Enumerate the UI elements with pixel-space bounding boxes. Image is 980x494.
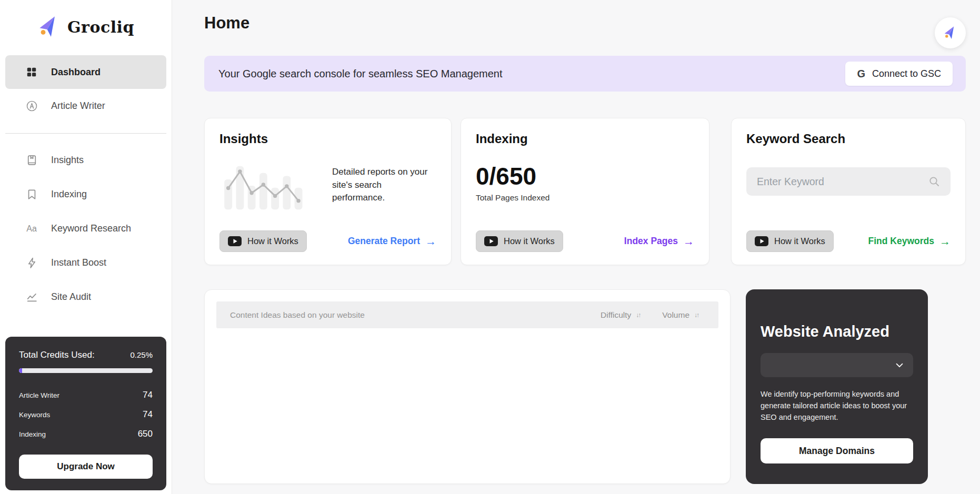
indexing-stat: 0/650 (476, 162, 694, 190)
chevron-down-icon (894, 360, 905, 370)
how-it-works-label: How it Works (247, 236, 298, 246)
generate-report-label: Generate Report (348, 236, 420, 247)
keyword-search-card: Keyword Search How it Works (731, 118, 966, 265)
page-title: Home (204, 14, 966, 33)
insights-how-it-works-button[interactable]: How it Works (219, 230, 307, 252)
google-g-icon: G (857, 68, 865, 80)
sidebar-item-label: Indexing (51, 189, 87, 200)
credit-row-indexing: Indexing 650 (19, 429, 153, 439)
sort-icon: ↓↑ (694, 311, 698, 319)
feature-cards-row: Insights (204, 118, 966, 265)
book-icon (25, 154, 38, 167)
sidebar-item-label: Keyword Research (51, 223, 131, 234)
line-chart-icon (25, 291, 38, 304)
sort-icon: ↓↑ (636, 311, 640, 319)
credit-row-value: 650 (138, 429, 153, 439)
sidebar-item-instant-boost[interactable]: Instant Boost (5, 246, 166, 280)
app-window: Grocliq Dashboard (0, 0, 980, 494)
sidebar-nav-tools: Insights Indexing Aa Keyword Research (0, 143, 172, 314)
sidebar-divider (5, 133, 166, 134)
main-content: Home Your Google search console for seam… (172, 0, 980, 494)
generate-report-link[interactable]: Generate Report → (348, 235, 436, 248)
sidebar-item-label: Dashboard (51, 67, 101, 78)
index-pages-link[interactable]: Index Pages → (624, 235, 694, 248)
lightning-icon (25, 257, 38, 269)
brand-plane-button[interactable] (935, 17, 966, 48)
credit-row-article-writer: Article Writer 74 (19, 390, 153, 400)
keyword-input-wrap (746, 167, 951, 196)
website-analyzed-description: We identify top-performing keywords and … (761, 389, 913, 423)
paper-plane-icon (943, 26, 957, 40)
credit-row-label: Indexing (19, 430, 46, 438)
insights-description: Detailed reports on your site's search p… (332, 166, 435, 205)
credits-card: Total Credits Used: 0.25% Article Writer… (5, 337, 166, 490)
sidebar-item-label: Insights (51, 155, 84, 166)
website-analyzed-title: Website Analyzed (761, 323, 913, 340)
bookmark-icon (25, 188, 38, 201)
play-video-icon (755, 236, 768, 246)
sidebar-item-insights[interactable]: Insights (5, 143, 166, 177)
bottom-row: Content Ideas based on your website Diff… (204, 289, 966, 484)
sidebar-nav-main: Dashboard Article Writer (0, 55, 172, 123)
credit-row-label: Keywords (19, 411, 50, 419)
brand-name: Grocliq (67, 18, 134, 36)
sidebar-item-label: Instant Boost (51, 257, 106, 268)
sidebar-item-dashboard[interactable]: Dashboard (5, 55, 166, 89)
credit-row-keywords: Keywords 74 (19, 409, 153, 420)
sidebar-item-article-writer[interactable]: Article Writer (5, 89, 166, 123)
letters-aa-icon: Aa (25, 223, 38, 235)
find-keywords-label: Find Keywords (868, 236, 934, 247)
content-ideas-title: Content Ideas based on your website (230, 310, 365, 320)
indexing-card-title: Indexing (476, 132, 694, 146)
domain-dropdown[interactable] (761, 353, 913, 377)
arrow-right-icon: → (425, 235, 436, 248)
sidebar: Grocliq Dashboard (0, 0, 172, 494)
sidebar-item-keyword-research[interactable]: Aa Keyword Research (5, 211, 166, 246)
find-keywords-link[interactable]: Find Keywords → (868, 235, 951, 248)
paper-plane-logo-icon (37, 15, 61, 38)
credits-percent: 0.25% (130, 350, 153, 359)
sidebar-item-label: Article Writer (51, 100, 105, 112)
credits-progress-fill (19, 368, 22, 373)
index-pages-label: Index Pages (624, 236, 678, 247)
search-icon[interactable] (928, 176, 940, 187)
keyword-search-card-title: Keyword Search (746, 132, 951, 146)
credit-row-value: 74 (143, 390, 153, 400)
volume-column-label: Volume (662, 310, 689, 320)
arrow-right-icon: → (939, 235, 951, 248)
column-header-volume[interactable]: Volume ↓↑ (662, 310, 698, 320)
gsc-banner: Your Google search console for seamless … (204, 56, 966, 92)
insights-chart-illustration (219, 158, 312, 213)
credit-row-label: Article Writer (19, 391, 59, 399)
grid-icon (25, 66, 38, 78)
insights-card-title: Insights (219, 132, 436, 146)
sidebar-item-indexing[interactable]: Indexing (5, 177, 166, 211)
content-ideas-card: Content Ideas based on your website Diff… (204, 289, 731, 484)
how-it-works-label: How it Works (774, 236, 825, 246)
pen-circle-icon (25, 99, 38, 112)
connect-to-gsc-button[interactable]: G Connect to GSC (845, 62, 953, 86)
website-analyzed-card: Website Analyzed We identify top-perform… (746, 289, 928, 484)
insights-card: Insights (204, 118, 452, 265)
arrow-right-icon: → (683, 235, 694, 248)
indexing-stat-caption: Total Pages Indexed (476, 193, 694, 203)
credit-row-value: 74 (143, 409, 153, 420)
keyword-search-input[interactable] (757, 176, 923, 188)
sidebar-item-site-audit[interactable]: Site Audit (5, 280, 166, 314)
topbar: Home (204, 0, 966, 34)
difficulty-column-label: Difficulty (601, 310, 631, 320)
credits-title: Total Credits Used: (19, 350, 95, 360)
gsc-banner-text: Your Google search console for seamless … (218, 68, 503, 80)
how-it-works-label: How it Works (504, 236, 555, 246)
credits-progress-bar (19, 368, 153, 373)
play-video-icon (484, 236, 498, 246)
keyword-how-it-works-button[interactable]: How it Works (746, 230, 834, 252)
manage-domains-button[interactable]: Manage Domains (761, 438, 913, 463)
upgrade-now-button[interactable]: Upgrade Now (19, 455, 153, 479)
content-ideas-header-row: Content Ideas based on your website Diff… (216, 301, 718, 328)
brand-logo[interactable]: Grocliq (0, 0, 172, 39)
indexing-card: Indexing 0/650 Total Pages Indexed How i… (461, 118, 709, 265)
sidebar-item-label: Site Audit (51, 291, 91, 303)
column-header-difficulty[interactable]: Difficulty ↓↑ (601, 310, 640, 320)
indexing-how-it-works-button[interactable]: How it Works (476, 230, 563, 252)
